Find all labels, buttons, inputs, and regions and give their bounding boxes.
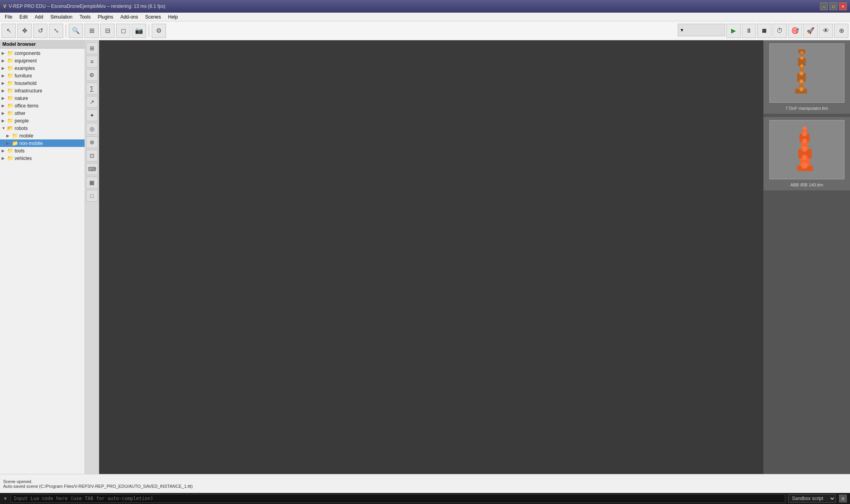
joint-btn[interactable]: ⊛ <box>86 136 98 148</box>
pause-btn[interactable]: ⏸ <box>742 24 756 38</box>
folder-icon: 📁 <box>7 80 13 86</box>
layers-btn[interactable]: ⊕ <box>834 24 848 38</box>
title-bar: V V-REP PRO EDU – EscenaDroneEjemploMov … <box>0 0 850 13</box>
toolbar: ↖ ✥ ↺ ⤡ 🔍 ⊞ ⊟ ◻ 📷 ⚙ ▼ ▶ ⏸ ⏹ ⏱ 🎯 🚀 👁 ⊕ <box>0 21 850 40</box>
cam-btn[interactable]: 📷 <box>132 24 146 38</box>
select-tool-btn[interactable]: ↖ <box>2 24 16 38</box>
tree-item-label: mobile <box>19 133 33 139</box>
tree-item-people[interactable]: ▶ 📁 people <box>0 117 85 124</box>
sim-params-btn[interactable]: ▦ <box>86 177 98 188</box>
sim-settings-btn[interactable]: ⚙ <box>152 24 166 38</box>
rotate-tool-btn[interactable]: ↺ <box>33 24 47 38</box>
tree-item-label: components <box>15 51 40 56</box>
svg-point-44 <box>799 79 803 83</box>
properties-btn[interactable]: ⚙ <box>86 69 98 81</box>
expand-icon: ▶ <box>2 156 7 160</box>
expand-icon: ▶ <box>2 51 7 55</box>
tree-item-label: non-mobile <box>19 141 43 146</box>
zoom-tool-btn[interactable]: 🔍 <box>69 24 83 38</box>
tree-item-furniture[interactable]: ▶ 📁 furniture <box>0 72 85 79</box>
folder-icon: 📁 <box>7 50 13 56</box>
play-btn[interactable]: ▶ <box>726 24 741 38</box>
menu-addons[interactable]: Add-ons <box>117 13 141 21</box>
calc-btn[interactable]: ∑ <box>86 83 98 94</box>
svg-point-48 <box>801 51 803 54</box>
lua-settings-btn[interactable]: ⚙ <box>839 495 847 502</box>
viewport-container: Quadricopter Shape (simple, pure (cuboid… <box>99 40 763 474</box>
tree-item-vehicles[interactable]: ▶ 📁 vehicles <box>0 154 85 162</box>
expand-icon: ▶ <box>2 58 7 63</box>
minimize-button[interactable]: – <box>820 2 828 10</box>
tree-item-other[interactable]: ▶ 📁 other <box>0 109 85 117</box>
tree-item-components[interactable]: ▶ 📁 components <box>0 49 85 57</box>
tree-item-label: equipment <box>15 58 37 64</box>
preview-image-manipulator <box>769 43 844 103</box>
script-btn[interactable]: ⌨ <box>86 163 98 175</box>
left-icon-bar: ⊞ ≡ ⚙ ∑ ↗ ✦ ◎ ⊛ ⊡ ⌨ ▦ □ <box>85 40 99 474</box>
tree-item-label: tools <box>15 148 24 154</box>
preview-label-abb: ABB IRB 140.ttm <box>790 182 823 187</box>
tree-item-nature[interactable]: ▶ 📁 nature <box>0 94 85 102</box>
expand-icon: ▶ <box>2 103 7 108</box>
clock-btn[interactable]: ⏱ <box>773 24 787 38</box>
expand-icon: ▶ <box>2 96 7 100</box>
folder-icon: 📁 <box>7 110 13 116</box>
folder-icon: 📁 <box>7 118 13 124</box>
status-line-2: Auto-saved scene (C:/Program Files/V-REP… <box>3 484 847 489</box>
tree-item-examples[interactable]: ▶ 📁 examples <box>0 64 85 72</box>
lua-input[interactable] <box>11 494 785 503</box>
menu-file[interactable]: File <box>2 13 15 21</box>
tree-item-household[interactable]: ▶ 📁 household <box>0 79 85 87</box>
expand-icon: ▶ <box>2 111 7 115</box>
scene-hierarchy-btn[interactable]: ⊞ <box>86 42 98 54</box>
ik-btn[interactable]: ✦ <box>86 109 98 121</box>
svg-point-57 <box>802 146 807 152</box>
tree-item-non-mobile[interactable]: ▶ 📁 non-mobile <box>0 139 85 147</box>
close-button[interactable]: ✕ <box>839 2 847 10</box>
tree-item-tools[interactable]: ▶ 📁 tools <box>0 147 85 154</box>
folder-icon: 📂 <box>7 125 13 131</box>
dropdown-btn[interactable]: ▼ <box>678 24 725 36</box>
tree-item-robots[interactable]: ▼ 📂 robots <box>0 124 85 132</box>
scene-collection-btn[interactable]: ≡ <box>86 56 98 68</box>
target-btn[interactable]: 🎯 <box>788 24 802 38</box>
tree-item-mobile[interactable]: ▶ 📁 mobile <box>0 132 85 139</box>
left-sidebar: Model browser ▶ 📁 components ▶ 📁 equipme… <box>0 40 85 474</box>
expand-icon: ▶ <box>2 149 7 153</box>
svg-point-59 <box>802 132 807 136</box>
menu-simulation[interactable]: Simulation <box>47 13 75 21</box>
svg-point-60 <box>803 126 807 130</box>
rocket-btn[interactable]: 🚀 <box>803 24 818 38</box>
preview-image-abb <box>769 120 844 179</box>
menu-plugins[interactable]: Plugins <box>94 13 116 21</box>
tree-item-equipment[interactable]: ▶ 📁 equipment <box>0 57 85 64</box>
scale-tool-btn[interactable]: ⤡ <box>49 24 63 38</box>
tree-item-label: infrastructure <box>15 88 42 94</box>
maximize-button[interactable]: □ <box>829 2 837 10</box>
expand-icon: ▶ <box>6 141 12 145</box>
stop-btn[interactable]: ⏹ <box>757 24 771 38</box>
wire-btn[interactable]: ◻ <box>116 24 130 38</box>
menu-tools[interactable]: Tools <box>76 13 94 21</box>
folder-icon: 📁 <box>7 58 13 64</box>
preview-panel-1: 7 DoF manipulator.ttm <box>763 40 850 114</box>
tree-item-office-items[interactable]: ▶ 📁 office items <box>0 102 85 109</box>
tree-item-infrastructure[interactable]: ▶ 📁 infrastructure <box>0 87 85 94</box>
path-btn[interactable]: ↗ <box>86 96 98 108</box>
menu-edit[interactable]: Edit <box>16 13 31 21</box>
move-tool-btn[interactable]: ✥ <box>17 24 32 38</box>
lua-script-select[interactable]: Sandbox script <box>788 494 836 503</box>
folder-icon: 📁 <box>7 73 13 79</box>
object-btn[interactable]: ⊞ <box>85 24 99 38</box>
folder-icon: 📁 <box>7 103 13 109</box>
camera-view-btn[interactable]: □ <box>86 190 98 202</box>
folder-icon: 📁 <box>7 148 13 154</box>
dynamics-btn[interactable]: ⊡ <box>86 150 98 162</box>
menu-help[interactable]: Help <box>165 13 181 21</box>
eye-btn[interactable]: 👁 <box>819 24 833 38</box>
menu-add[interactable]: Add <box>32 13 46 21</box>
snap-btn[interactable]: ⊟ <box>100 24 115 38</box>
expand-icon: ▶ <box>2 66 7 70</box>
sensor-btn[interactable]: ◎ <box>86 123 98 135</box>
menu-scenes[interactable]: Scenes <box>142 13 164 21</box>
